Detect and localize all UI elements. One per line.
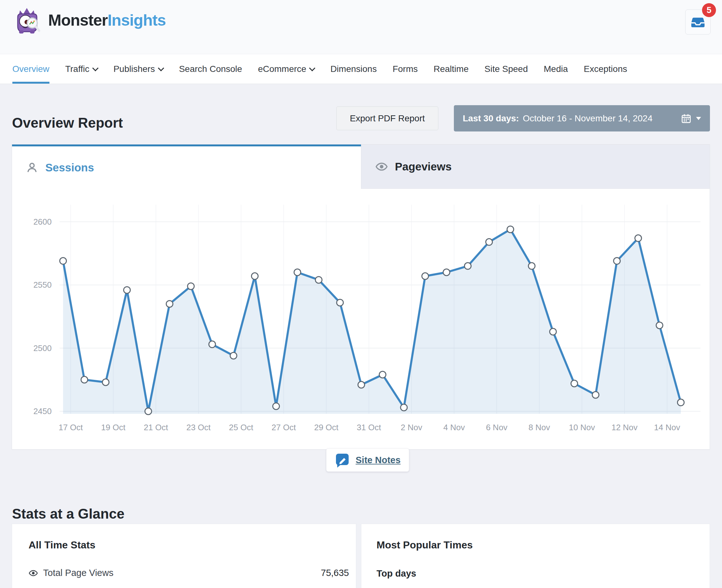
- svg-text:2550: 2550: [33, 280, 51, 290]
- sessions-chart-card: Sessions Pageviews 260025502500245017 Oc…: [12, 144, 710, 449]
- chevron-down-icon: [696, 117, 701, 120]
- sessions-line-chart: 260025502500245017 Oct19 Oct21 Oct23 Oct…: [12, 189, 710, 449]
- brand-insights: Insights: [107, 12, 166, 29]
- svg-text:17 Oct: 17 Oct: [59, 423, 83, 432]
- chevron-down-icon: [158, 65, 164, 71]
- svg-text:4 Nov: 4 Nov: [443, 423, 465, 432]
- chevron-down-icon: [92, 65, 99, 71]
- svg-text:2500: 2500: [33, 343, 51, 353]
- date-range-value: October 16 - November 14, 2024: [523, 113, 652, 124]
- calendar-icon: [681, 113, 692, 124]
- svg-text:25 Oct: 25 Oct: [229, 423, 253, 432]
- nav-item-label: Traffic: [65, 64, 89, 74]
- date-range-picker[interactable]: Last 30 days: October 16 - November 14, …: [454, 105, 710, 131]
- nav-item-label: Exceptions: [584, 64, 627, 74]
- person-icon: [26, 161, 38, 174]
- svg-text:21 Oct: 21 Oct: [144, 423, 168, 432]
- page-title: Overview Report: [12, 115, 123, 131]
- svg-text:2450: 2450: [33, 406, 51, 416]
- site-notes-label: Site Notes: [356, 455, 400, 465]
- site-notes-button[interactable]: Site Notes: [326, 448, 409, 472]
- tab-sessions[interactable]: Sessions: [12, 145, 361, 189]
- tab-pageviews[interactable]: Pageviews: [361, 145, 710, 189]
- notification-count-badge[interactable]: 5: [702, 3, 716, 17]
- inbox-icon: [690, 15, 705, 29]
- svg-text:14 Nov: 14 Nov: [654, 423, 680, 432]
- nav-item-label: Overview: [12, 64, 49, 74]
- monsterinsights-dashboard: MonsterInsights 5 OverviewTrafficPublish…: [0, 0, 722, 588]
- export-pdf-button[interactable]: Export PDF Report: [336, 106, 438, 130]
- total-page-views-value: 75,635: [321, 568, 349, 578]
- tab-sessions-label: Sessions: [45, 161, 94, 174]
- most-popular-times-card: Most Popular Times Top days: [361, 524, 710, 588]
- nav-item-realtime[interactable]: Realtime: [434, 54, 469, 84]
- nav-item-overview[interactable]: Overview: [12, 54, 49, 84]
- nav-item-exceptions[interactable]: Exceptions: [584, 54, 627, 84]
- svg-text:27 Oct: 27 Oct: [272, 423, 296, 432]
- monster-logo-icon: [13, 6, 42, 35]
- date-range-label: Last 30 days:: [463, 113, 519, 124]
- svg-text:29 Oct: 29 Oct: [314, 423, 338, 432]
- eye-icon: [375, 160, 388, 173]
- total-page-views-label: Total Page Views: [43, 568, 114, 578]
- svg-text:23 Oct: 23 Oct: [186, 423, 211, 432]
- svg-text:12 Nov: 12 Nov: [612, 423, 637, 432]
- most-popular-times-title: Most Popular Times: [376, 539, 473, 551]
- brand: MonsterInsights: [13, 6, 166, 35]
- eye-icon: [28, 568, 38, 578]
- chart-tabs: Sessions Pageviews: [12, 145, 710, 189]
- nav-item-ecommerce[interactable]: eCommerce: [258, 54, 314, 84]
- chevron-down-icon: [309, 65, 315, 71]
- nav-item-label: Dimensions: [330, 64, 376, 74]
- svg-text:19 Oct: 19 Oct: [101, 423, 125, 432]
- svg-text:6 Nov: 6 Nov: [486, 423, 508, 432]
- nav-item-label: Publishers: [114, 64, 155, 74]
- nav-item-dimensions[interactable]: Dimensions: [330, 54, 376, 84]
- nav-item-label: Realtime: [434, 64, 469, 74]
- brand-wordmark: MonsterInsights: [48, 11, 166, 29]
- main-navigation: OverviewTrafficPublishersSearch Consolee…: [0, 54, 722, 84]
- nav-item-media[interactable]: Media: [543, 54, 568, 84]
- tab-pageviews-label: Pageviews: [395, 160, 452, 173]
- total-page-views-row: Total Page Views 75,635: [28, 568, 349, 578]
- nav-item-forms[interactable]: Forms: [393, 54, 418, 84]
- nav-item-traffic[interactable]: Traffic: [65, 54, 98, 84]
- nav-item-label: Site Speed: [484, 64, 528, 74]
- top-days-label: Top days: [376, 568, 416, 579]
- all-time-stats-title: All Time Stats: [28, 539, 96, 551]
- nav-item-publishers[interactable]: Publishers: [114, 54, 163, 84]
- svg-text:2 Nov: 2 Nov: [400, 423, 422, 432]
- svg-text:10 Nov: 10 Nov: [569, 423, 595, 432]
- nav-item-search-console[interactable]: Search Console: [179, 54, 242, 84]
- stats-section-heading: Stats at a Glance: [12, 506, 125, 522]
- nav-item-label: Forms: [393, 64, 418, 74]
- svg-text:31 Oct: 31 Oct: [357, 423, 381, 432]
- svg-text:8 Nov: 8 Nov: [529, 423, 550, 432]
- svg-text:2600: 2600: [33, 217, 51, 227]
- nav-item-label: eCommerce: [258, 64, 306, 74]
- brand-monster: Monster: [48, 12, 107, 29]
- note-pencil-icon: [335, 453, 350, 468]
- nav-item-label: Search Console: [179, 64, 242, 74]
- nav-item-site-speed[interactable]: Site Speed: [484, 54, 528, 84]
- all-time-stats-card: All Time Stats Total Page Views 75,635: [12, 524, 356, 588]
- top-header-bar: MonsterInsights 5: [0, 0, 722, 54]
- nav-item-label: Media: [543, 64, 568, 74]
